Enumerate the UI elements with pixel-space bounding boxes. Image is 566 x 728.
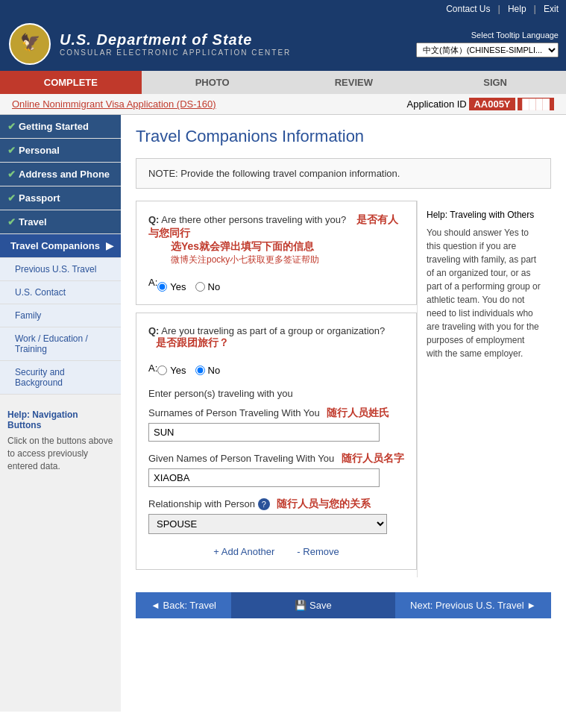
top-bar: Contact Us | Help | Exit — [0, 0, 566, 17]
given-label: Given Names of Person Traveling With You — [148, 453, 334, 464]
q2-yes-radio[interactable] — [157, 365, 167, 375]
dept-title: U.S. Department of State — [60, 31, 291, 48]
surname-field-group: Surnames of Person Traveling With You 随行… — [148, 407, 404, 442]
app-id: Application ID AA005Y ████ — [407, 98, 554, 110]
svg-text:🦅: 🦅 — [20, 32, 41, 52]
annotation1c: 微博关注pocky小七获取更多签证帮助 — [171, 254, 404, 266]
q1-text: Are there other persons traveling with y… — [161, 214, 346, 225]
q1-row: Q: Are there other persons traveling wit… — [148, 213, 404, 266]
sidebar-item-travel[interactable]: ✔Travel — [0, 210, 121, 234]
relationship-select[interactable]: SPOUSE CHILD RELATIVE FRIEND COLLEAGUE O… — [148, 514, 387, 534]
surname-chinese: 随行人员姓氏 — [327, 407, 389, 418]
q1-no-label[interactable]: No — [195, 281, 221, 292]
main-layout: ✔Getting Started ✔Personal ✔Address and … — [0, 115, 566, 712]
q1-yes-label[interactable]: Yes — [157, 281, 186, 292]
help-panel-title: Help: Traveling with Others — [427, 210, 542, 220]
add-another-link[interactable]: + Add Another — [213, 546, 274, 557]
save-button[interactable]: 💾 Save — [277, 592, 349, 618]
sidebar-item-travel-companions[interactable]: Travel Companions ▶ — [0, 234, 121, 258]
q2-no-label[interactable]: No — [195, 365, 221, 376]
sidebar-item-getting-started[interactable]: ✔Getting Started — [0, 115, 121, 139]
q1-yes-radio[interactable] — [157, 282, 167, 292]
surname-label: Surnames of Person Traveling With You — [148, 407, 320, 418]
sidebar-help-title: Help: Navigation Buttons — [7, 410, 113, 430]
back-button[interactable]: ◄ Back: Travel — [136, 592, 231, 618]
given-input[interactable] — [148, 468, 380, 487]
q2-radio-group[interactable]: Yes No — [157, 365, 220, 376]
contact-link[interactable]: Contact Us — [446, 4, 490, 14]
tab-review[interactable]: REVIEW — [283, 71, 425, 94]
person-group-label: Enter person(s) traveling with you — [148, 388, 404, 399]
tab-complete[interactable]: COMPLETE — [0, 71, 142, 94]
relationship-chinese: 随行人员与您的关系 — [277, 498, 371, 509]
form-section-q2: Q: Are you traveling as part of a group … — [136, 313, 417, 570]
annotation2: 是否跟团旅行？ — [156, 336, 404, 350]
dept-subtitle: CONSULAR ELECTRONIC APPLICATION CENTER — [60, 48, 291, 57]
sidebar-item-us-contact[interactable]: U.S. Contact — [0, 281, 121, 304]
sidebar-item-family[interactable]: Family — [0, 304, 121, 327]
sidebar-item-work-education[interactable]: Work / Education / Training — [0, 327, 121, 361]
given-chinese: 随行人员名字 — [342, 452, 404, 464]
header: 🦅 U.S. Department of State CONSULAR ELEC… — [0, 17, 566, 71]
lang-dropdown[interactable]: 中文(简体）(CHINESE-SIMPLI... — [416, 43, 559, 57]
page-title: Travel Companions Information — [136, 127, 551, 146]
exit-link[interactable]: Exit — [544, 4, 559, 14]
q2-no-radio[interactable] — [195, 365, 205, 375]
sidebar-help-text: Click on the buttons above to access pre… — [7, 435, 113, 472]
help-panel-text: You should answer Yes to this question i… — [427, 226, 542, 360]
relationship-help-icon[interactable]: ? — [258, 498, 270, 510]
seal-logo: 🦅 — [7, 22, 52, 66]
annotation1b: 选Yes就会弹出填写下面的信息 — [171, 240, 404, 254]
help-link[interactable]: Help — [508, 4, 526, 14]
nav-tabs: COMPLETE PHOTO REVIEW SIGN — [0, 71, 566, 94]
next-button[interactable]: Next: Previous U.S. Travel ► — [395, 592, 551, 618]
q1-radio-group[interactable]: Yes No — [157, 281, 220, 292]
q2-yes-label[interactable]: Yes — [157, 365, 186, 376]
breadcrumb-link[interactable]: Online Nonimmigrant Visa Application (DS… — [12, 98, 216, 110]
relationship-label: Relationship with Person — [148, 498, 255, 509]
tab-photo[interactable]: PHOTO — [142, 71, 283, 94]
help-panel: Help: Traveling with Others You should a… — [417, 201, 551, 577]
q2-row: Q: Are you traveling as part of a group … — [148, 325, 404, 350]
breadcrumb: Online Nonimmigrant Visa Application (DS… — [0, 94, 566, 115]
sidebar-item-previous-us-travel[interactable]: Previous U.S. Travel — [0, 258, 121, 281]
sidebar: ✔Getting Started ✔Personal ✔Address and … — [0, 115, 121, 712]
note-box: NOTE: Provide the following travel compa… — [136, 158, 551, 189]
given-field-group: Given Names of Person Traveling With You… — [148, 452, 404, 487]
main-content: Travel Companions Information NOTE: Prov… — [121, 115, 566, 712]
language-selector[interactable]: Select Tooltip Language 中文(简体）(CHINESE-S… — [416, 31, 559, 57]
lang-label: Select Tooltip Language — [471, 31, 559, 40]
sidebar-item-personal[interactable]: ✔Personal — [0, 139, 121, 163]
form-section-q1: Q: Are there other persons traveling wit… — [136, 201, 417, 305]
tab-sign[interactable]: SIGN — [424, 71, 566, 94]
sidebar-item-security-background[interactable]: Security and Background — [0, 361, 121, 395]
add-remove-row: + Add Another - Remove — [148, 546, 404, 557]
sidebar-item-address-phone[interactable]: ✔Address and Phone — [0, 163, 121, 186]
relationship-field-group: Relationship with Person ? 随行人员与您的关系 SPO… — [148, 498, 404, 534]
q2-text: Are you traveling as part of a group or … — [161, 325, 385, 336]
remove-link[interactable]: - Remove — [297, 546, 339, 557]
bottom-nav: ◄ Back: Travel 💾 Save Next: Previous U.S… — [136, 592, 551, 618]
surname-input[interactable] — [148, 423, 380, 442]
sidebar-help: Help: Navigation Buttons Click on the bu… — [0, 402, 121, 480]
sidebar-item-passport[interactable]: ✔Passport — [0, 186, 121, 210]
q1-no-radio[interactable] — [195, 282, 205, 292]
